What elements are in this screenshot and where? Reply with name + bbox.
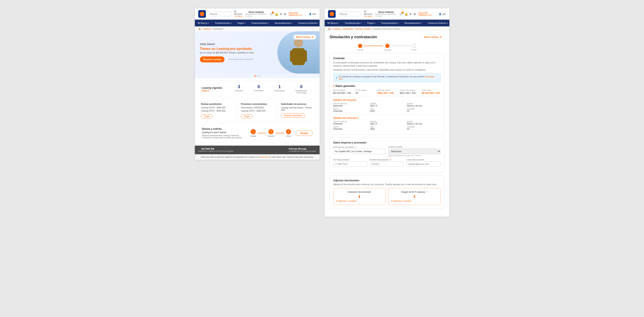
cards-row: Rentas pendientes Leasing #2374 - $560.0… — [198, 100, 316, 121]
download-icon-2[interactable]: ⬇ — [410, 12, 412, 16]
field-costo: Costo total: $9.100.000 + IVA — [422, 89, 441, 94]
session-text: Sesión anterior: 15/12/2021 17:20:34 — [246, 13, 267, 17]
step-2-label: Solicita — [268, 135, 274, 137]
nav2-recaudaciones[interactable]: Recaudaciones ▾ — [402, 20, 425, 26]
step-2-circle: 2 — [268, 129, 274, 134]
info-icon: ℹ — [336, 76, 337, 79]
nav-comercio[interactable]: Comercio Exterior ▾ — [295, 20, 319, 26]
exit-button-2[interactable]: 👤 salir — [439, 13, 446, 15]
dot-3[interactable] — [259, 75, 260, 76]
cuenta-select[interactable]: Selecciona — [388, 148, 441, 154]
svg-rect-1 — [292, 48, 305, 65]
nav-mi-banco[interactable]: Mi Banco ▾ — [195, 20, 212, 26]
nav-transferencias[interactable]: Transferencias ▾ — [212, 20, 234, 26]
descargar-link[interactable]: descargar aquí — [339, 76, 434, 80]
step-line-1 — [258, 133, 266, 133]
nav2-mi-banco[interactable]: Mi Banco ▾ — [325, 20, 342, 26]
nav-financiamiento[interactable]: Financiamiento ▾ — [248, 20, 272, 26]
bc2-dashboard[interactable]: Dashboard — [342, 28, 353, 30]
hero-menu-button[interactable]: Menú Leasing ☰ — [293, 35, 316, 40]
pv-pagar-button[interactable]: Pagar — [241, 114, 253, 118]
svg-rect-2 — [290, 50, 293, 62]
dot-2[interactable] — [256, 75, 258, 76]
breadcrumb-2: 🏠 › Leasing › Dashboard › Simula y solic… — [325, 26, 449, 31]
lv-items: 3 Vehículos 0 Inmobiliario 1 Maquinarias… — [230, 84, 312, 94]
simula-desc: Simula tu financiamiento Leasing, revisa… — [202, 134, 246, 139]
nombre-input[interactable] — [370, 162, 404, 167]
nav2-pagos[interactable]: Pagos ▾ — [364, 20, 378, 26]
cuenta-label: Cuenta corriente — [388, 146, 441, 148]
portal-link-2[interactable]: Itaú portal empresas 1 ss — [418, 12, 436, 16]
simular-leasing-button[interactable]: Simular Leasing — [200, 56, 225, 62]
user-name: Alexis Gallardo — [248, 11, 264, 13]
datos-empresa-title: Datos empresa y proveedor — [333, 141, 441, 144]
nav2-transferencias[interactable]: Transferencias ▾ — [342, 20, 364, 26]
search-input-2[interactable] — [338, 12, 362, 16]
download-icon[interactable]: ⬇ — [280, 12, 282, 16]
breadcrumb-leasing[interactable]: Leasing — [203, 28, 210, 30]
logo: i — [198, 10, 206, 18]
grid-icon-2[interactable]: ⊞ — [414, 12, 416, 16]
hero-banner: ¡Hola Alexis! Tienes un Leasing pre apro… — [195, 31, 320, 74]
upload-icon-2: ⬆ — [391, 194, 438, 199]
user-info: Alexis Gallardo Sesión anterior: 15/12/2… — [246, 11, 267, 17]
step-1-label: Simula — [250, 135, 256, 137]
bell-icon-2[interactable]: 🔔 — [404, 12, 408, 16]
doc-cotizacion-label: Cotización del proveedor — [336, 191, 383, 193]
footer-message[interactable]: ✉ Enviar Mensaje Lo ayudamos en lo que n… — [289, 148, 316, 152]
nav2-comercio[interactable]: Comercio Exterior ▾ — [425, 20, 449, 26]
field-correo-proveedor: Correo del proveedor — [406, 159, 440, 167]
vehiculo1-title: Detalles del vehículo — [333, 99, 441, 101]
header-2: i Mi ejecutivo Ver datos Alexis Gallardo… — [325, 8, 449, 20]
sp-revisar-button[interactable]: Revisar solicitudes — [281, 113, 305, 118]
exec-link[interactable]: Ver datos — [234, 15, 242, 17]
panel-dashboard: i Mi ejecutivo Ver datos Alexis Gallardo… — [195, 8, 320, 160]
cart-icon[interactable]: 🛒0 — [270, 12, 273, 16]
exit-button[interactable]: 👤 salir — [309, 13, 316, 15]
doc-rut-btn[interactable]: ⬆ Adjuntar o arrastrar — [391, 200, 412, 202]
doc-cotizacion-btn[interactable]: ⬆ Adjuntar o arrastrar — [336, 200, 357, 202]
bc2-simula[interactable]: Simula y solicita — [355, 28, 370, 30]
lv-inmobiliario: 0 Inmobiliario — [254, 84, 264, 94]
rp-pagar-button[interactable]: Pagar — [201, 114, 213, 118]
logo-2: i — [328, 10, 336, 18]
bell-icon[interactable]: 🔔 — [275, 12, 278, 16]
footer-dark: 📞 600 6900 888 Llámanos e ingresa el Rut… — [195, 146, 320, 154]
cuenta-note: (Aquí se realizarán los cargos de tu cue… — [388, 155, 441, 156]
nav-pagos[interactable]: Pagos ▾ — [234, 20, 248, 26]
correo-input[interactable] — [406, 162, 440, 167]
bc2-leasing[interactable]: Leasing — [333, 28, 340, 30]
nav-bar: Mi Banco ▾ Transferencias ▾ Pagos ▾ Fina… — [195, 20, 320, 26]
simula-text: Simula y solicita Leasing en solo 3 paso… — [202, 128, 246, 139]
v2-marca: Marca Chevrolet — [333, 126, 367, 130]
nav-recaudaciones[interactable]: Recaudaciones ▾ — [272, 20, 295, 26]
sim-menu-button[interactable]: Menú Leasing ☰ — [422, 35, 444, 40]
cart-icon-2[interactable]: 🛒0 — [400, 12, 403, 16]
search-input[interactable] — [208, 12, 232, 16]
doc-cotizacion[interactable]: Cotización del proveedor ⬆ ⬆ Adjuntar o … — [333, 188, 386, 205]
simular-button[interactable]: Simular — [296, 130, 312, 136]
grid-icon[interactable]: ⊞ — [284, 12, 286, 16]
bc2-home[interactable]: 🏠 — [328, 28, 330, 30]
sp-line1: Leasing vehículo liviano - Honda SUV — [281, 106, 313, 111]
legal-text: Infórmese sobre la garantía estatal de l… — [200, 156, 314, 158]
panel-simulation: i Mi ejecutivo Ver datos Alexis Gallardo… — [325, 8, 449, 216]
doc-rut[interactable]: Imagen de RUT empresa ? ⬆ ⬆ Adjuntar o a… — [388, 188, 441, 205]
v1-modelo: Modelo Sail 1.5 — [370, 102, 404, 107]
field-cuenta: Cuenta corriente Selecciona (Aquí se rea… — [388, 146, 441, 156]
direccion-input[interactable] — [333, 149, 386, 154]
sbif-link[interactable]: www.sbif.cl — [260, 156, 270, 158]
dot-1[interactable] — [254, 75, 256, 76]
header-icons: 🛒0 🔔 ⬇ ⊞ — [270, 12, 286, 16]
upload-icon-1: ⬆ — [336, 194, 383, 199]
step-line-2 — [276, 133, 284, 133]
exec-link-2[interactable]: Ver datos — [364, 15, 372, 17]
breadcrumb-home[interactable]: 🏠 — [198, 28, 201, 30]
rut-input[interactable] — [333, 162, 367, 167]
lv-equipamiento: 0 Equipamientoy tecnología — [296, 84, 307, 94]
vehiculo2-row1: Tipo de vehículo Automóvil Modelo Sail 1… — [333, 120, 441, 125]
step-solicita: 2 Solicita — [268, 129, 274, 137]
portal-link[interactable]: Itaú portal empresas 1 ss — [289, 12, 306, 16]
rut-label: RUT del proveedor — [333, 159, 367, 161]
nav2-financiamiento[interactable]: Financiamiento ▾ — [378, 20, 402, 26]
